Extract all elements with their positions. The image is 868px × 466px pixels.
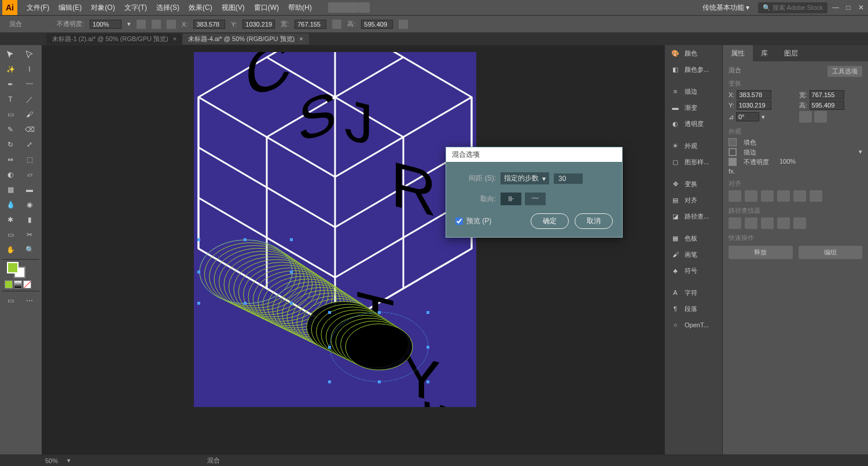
panel-align[interactable]: ▤对齐 <box>665 192 722 208</box>
recolor-icon[interactable] <box>152 20 161 29</box>
panel-appearance[interactable]: ☀外观 <box>665 138 722 154</box>
panel-brushes[interactable]: 🖌画笔 <box>665 246 722 262</box>
tab-close-icon[interactable]: × <box>173 35 176 42</box>
panel-transform[interactable]: ✥变换 <box>665 176 722 192</box>
screen-mode[interactable]: ▭ <box>2 294 19 308</box>
pen-tool[interactable]: ✒ <box>2 77 19 91</box>
pf-exclude-icon[interactable] <box>777 217 790 229</box>
hand-tool[interactable]: ✋ <box>2 243 19 257</box>
curvature-tool[interactable]: 〰 <box>21 77 38 91</box>
arrange-docs-icon[interactable] <box>349 2 359 13</box>
w-value[interactable]: 767.155 <box>295 20 326 29</box>
menu-help[interactable]: 帮助(H) <box>284 3 317 13</box>
pf-minus-icon[interactable] <box>745 217 757 229</box>
bridge-icon[interactable] <box>328 2 339 13</box>
align-bottom-icon[interactable] <box>810 190 822 202</box>
pf-divide-icon[interactable] <box>793 217 806 229</box>
pf-unite-icon[interactable] <box>729 217 741 229</box>
menu-object[interactable]: 对象(O) <box>86 3 119 13</box>
menu-edit[interactable]: 编辑(E) <box>54 3 86 13</box>
orient-path-icon[interactable]: 〰 <box>525 193 546 205</box>
gpu-icon[interactable] <box>359 2 370 13</box>
rotate-tool[interactable]: ↻ <box>2 138 19 151</box>
tab-libraries[interactable]: 库 <box>753 45 776 61</box>
type-tool[interactable]: T <box>2 93 19 106</box>
orient-page-icon[interactable]: ⊪ <box>501 193 521 205</box>
graph-tool[interactable]: ▮ <box>21 213 38 227</box>
fill-swatch-icon[interactable] <box>729 138 737 146</box>
align-vcenter-icon[interactable] <box>793 190 806 202</box>
opacity-swatch-icon[interactable] <box>729 158 737 166</box>
free-transform-tool[interactable]: ⬚ <box>21 153 38 167</box>
shape-options-icon[interactable] <box>399 20 408 29</box>
panel-stroke[interactable]: ≡描边 <box>665 83 722 99</box>
selection-tool[interactable] <box>2 47 19 61</box>
direct-selection-tool[interactable] <box>21 47 38 61</box>
window-min-icon[interactable]: — <box>831 3 840 12</box>
magic-wand-tool[interactable]: ✨ <box>2 62 19 76</box>
ok-button[interactable]: 确定 <box>531 213 569 229</box>
tab-layers[interactable]: 图层 <box>776 45 806 61</box>
panel-color[interactable]: 🎨颜色 <box>665 45 722 61</box>
flip-v-icon[interactable] <box>814 111 827 123</box>
align-options-icon[interactable] <box>167 20 176 29</box>
prop-angle[interactable] <box>736 112 759 121</box>
shaper-tool[interactable]: ✎ <box>2 123 19 136</box>
doc-tab[interactable]: 未标题-1 (2).ai* @ 50% (RGB/GPU 预览) × <box>46 34 182 45</box>
align-hcenter-icon[interactable] <box>745 190 757 202</box>
prop-h[interactable] <box>810 101 844 110</box>
link-wh-icon[interactable] <box>332 20 341 29</box>
canvas[interactable]: C S J R T Y II <box>42 45 664 454</box>
eyedropper-tool[interactable]: 💧 <box>2 198 19 212</box>
doc-tab-active[interactable]: 未标题-4.ai* @ 50% (RGB/GPU 预览) × <box>182 34 309 45</box>
preview-checkbox-input[interactable] <box>455 217 463 225</box>
gradient-tool[interactable]: ▬ <box>21 183 38 197</box>
fill-stroke-swatch[interactable] <box>2 262 39 279</box>
lasso-tool[interactable]: ⌇ <box>21 62 38 76</box>
x-value[interactable]: 383.578 <box>193 20 225 29</box>
menu-type[interactable]: 文字(T) <box>120 3 152 13</box>
panel-gradient[interactable]: ▬渐变 <box>665 99 722 116</box>
h-value[interactable]: 595.409 <box>361 20 393 29</box>
panel-swatches[interactable]: ▦色板 <box>665 230 722 246</box>
color-mode-icon[interactable] <box>5 280 13 289</box>
preview-checkbox[interactable]: 预览 (P) <box>455 216 491 226</box>
pf-intersect-icon[interactable] <box>761 217 774 229</box>
none-mode-icon[interactable] <box>23 280 31 289</box>
blend-tool[interactable]: ◉ <box>21 198 38 212</box>
scale-tool[interactable]: ⤢ <box>21 138 38 151</box>
workspace-switcher[interactable]: 传统基本功能 ▾ <box>698 3 754 13</box>
spacing-steps-input[interactable]: 30 <box>554 173 583 184</box>
slice-tool[interactable]: ✂ <box>21 228 38 242</box>
perspective-tool[interactable]: ▱ <box>21 168 38 182</box>
panel-paragraph[interactable]: ¶段落 <box>665 301 722 317</box>
group-button[interactable]: 编组 <box>799 246 863 259</box>
artboard-tool[interactable]: ▭ <box>2 228 19 242</box>
line-tool[interactable]: ／ <box>21 93 38 106</box>
panel-graphic-styles[interactable]: ▢图形样... <box>665 154 722 170</box>
menu-effect[interactable]: 效果(C) <box>184 3 217 13</box>
window-max-icon[interactable]: □ <box>844 3 853 12</box>
panel-symbols[interactable]: ♣符号 <box>665 262 722 279</box>
style-icon[interactable] <box>137 20 146 29</box>
panel-transparency[interactable]: ◐透明度 <box>665 116 722 132</box>
spacing-select[interactable]: 指定的步数 ▾ <box>501 172 549 184</box>
align-left-icon[interactable] <box>729 190 741 202</box>
stock-search[interactable]: 🔍 搜索 Adobe Stock <box>758 2 828 13</box>
align-top-icon[interactable] <box>777 190 790 202</box>
menu-window[interactable]: 窗口(W) <box>249 3 284 13</box>
prop-x[interactable] <box>737 90 771 99</box>
fx-button[interactable]: fx. <box>729 168 735 175</box>
panel-opentype[interactable]: ○OpenT... <box>665 317 722 333</box>
tool-options-button[interactable]: 工具选项 <box>827 66 862 77</box>
tab-close-icon[interactable]: × <box>299 35 303 42</box>
gradient-mode-icon[interactable] <box>14 280 22 289</box>
width-tool[interactable]: ⇔ <box>2 153 19 167</box>
panel-character[interactable]: A字符 <box>665 284 722 301</box>
rectangle-tool[interactable]: ▭ <box>2 108 19 121</box>
stock-icon[interactable] <box>339 2 349 13</box>
zoom-tool[interactable]: 🔍 <box>21 243 38 257</box>
opacity-value[interactable]: 100% <box>90 20 122 29</box>
shape-builder-tool[interactable]: ◐ <box>2 168 19 182</box>
menu-file[interactable]: 文件(F) <box>22 3 54 13</box>
